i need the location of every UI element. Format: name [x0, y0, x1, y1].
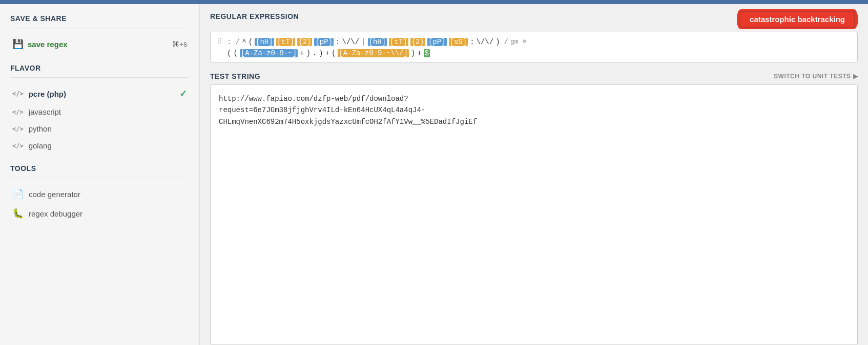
tok-tT2: [tT]	[389, 38, 408, 46]
code-icon-pcre: </>	[12, 90, 24, 97]
pcre-label: pcre (php)	[29, 90, 66, 98]
test-string-box[interactable]: http://www.fapiao.com/dzfp-web/pdf/downl…	[210, 84, 858, 345]
code-generator-label: code generator	[29, 190, 80, 199]
regex-debugger-label: regex debugger	[29, 209, 82, 218]
tok-range1: [A-Za-z0-9-~]	[240, 49, 298, 57]
regex-line-1: ⠿ : / ^ ( [hH] [tT] {2} [pP] : \/\/ | [h…	[217, 37, 851, 46]
sidebar-item-code-generator[interactable]: 📄 code generator	[10, 184, 189, 204]
tok-paren4-close: )	[411, 49, 415, 57]
save-row: 💾 save regex ⌘+s	[10, 34, 189, 54]
tok-paren4: (	[332, 49, 336, 57]
tok-colon2: :	[470, 38, 474, 46]
flavor-title: FLAVOR	[10, 64, 189, 78]
layout: SAVE & SHARE 💾 save regex ⌘+s FLAVOR </>…	[0, 4, 868, 345]
tok-2a: {2}	[297, 38, 312, 46]
tok-pipe: |	[361, 38, 365, 46]
catastrophic-badge-wrapper: catastrophic backtracking	[737, 12, 858, 27]
test-string-header: TEST STRING SWITCH TO UNIT TESTS ▶	[200, 68, 868, 84]
test-string-title: TEST STRING	[210, 72, 260, 80]
tok-sS: [sS]	[449, 38, 468, 46]
regex-editor[interactable]: ⠿ : / ^ ( [hH] [tT] {2} [pP] : \/\/ | [h…	[210, 32, 858, 63]
tok-colon1: :	[336, 38, 340, 46]
tok-slash1: \/\/	[342, 38, 359, 46]
sidebar-item-python[interactable]: </> python	[10, 120, 189, 137]
switch-unit-label: SWITCH TO UNIT TESTS	[774, 73, 851, 80]
regex-flags: gm	[510, 38, 519, 46]
arrow-right-icon: ▶	[853, 73, 858, 80]
tok-tT: [tT]	[276, 38, 296, 46]
main-content: REGULAR EXPRESSION catastrophic backtrac…	[200, 4, 868, 345]
sidebar-item-javascript[interactable]: </> javascript	[10, 103, 189, 120]
tok-slash2: \/\/	[477, 38, 494, 46]
tok-range2: [A-Za-z0-9-~\\/]	[338, 49, 408, 57]
regex-line-2: ( ( [A-Za-z0-9-~] + ) . ) + ( [A-Za-z0-9…	[217, 49, 851, 57]
sidebar-item-golang[interactable]: </> golang	[10, 137, 189, 154]
tok-paren3-close: )	[306, 49, 310, 57]
flag-icon: ⚑	[523, 37, 527, 46]
tok-paren2-close: )	[319, 49, 323, 57]
switch-unit-tests[interactable]: SWITCH TO UNIT TESTS ▶	[774, 73, 858, 80]
flavor-section: FLAVOR </> pcre (php) ✓ </> javascript <…	[10, 64, 189, 154]
tok-pP: [pP]	[314, 38, 334, 46]
tok-plus3: +	[417, 49, 421, 57]
python-label: python	[29, 124, 52, 133]
tok-2b: {2}	[410, 38, 425, 46]
tok-plus2: +	[325, 49, 329, 57]
save-regex-label: save regex	[28, 40, 68, 49]
code-icon-golang: </>	[12, 142, 24, 149]
golang-label: golang	[29, 141, 52, 150]
tok-paren3: (	[233, 49, 237, 57]
code-generator-icon: 📄	[12, 188, 24, 200]
tok-hH: [hH]	[255, 38, 274, 46]
code-icon-python: </>	[12, 125, 24, 133]
save-share-title: SAVE & SHARE	[10, 14, 189, 28]
regex-debugger-icon: 🐛	[12, 208, 24, 219]
test-string-content: http://www.fapiao.com/dzfp-web/pdf/downl…	[219, 95, 477, 126]
sidebar: SAVE & SHARE 💾 save regex ⌘+s FLAVOR </>…	[0, 4, 200, 345]
tok-paren1-close: )	[495, 38, 500, 46]
tok-paren2: (	[227, 49, 231, 57]
tok-dollar: $	[424, 49, 430, 57]
regex-prefix: : /	[227, 38, 240, 46]
tok-paren1: (	[249, 38, 253, 46]
save-shortcut: ⌘+s	[172, 40, 187, 48]
regex-suffix: /	[504, 38, 508, 46]
tok-plus1: +	[300, 49, 304, 57]
floppy-icon: 💾	[12, 38, 24, 50]
catastrophic-badge: catastrophic backtracking	[739, 11, 855, 28]
tok-dot: .	[313, 49, 317, 57]
check-icon-pcre: ✓	[179, 88, 187, 99]
tok-pP2: [pP]	[427, 38, 447, 46]
tok-hH2: [hH]	[368, 38, 387, 46]
regex-section-title: REGULAR EXPRESSION	[210, 12, 299, 20]
tools-title: TOOLS	[10, 164, 189, 178]
sidebar-item-regex-debugger[interactable]: 🐛 regex debugger	[10, 204, 189, 223]
main-header: REGULAR EXPRESSION catastrophic backtrac…	[200, 4, 868, 32]
code-icon-js: </>	[12, 109, 24, 116]
javascript-label: javascript	[29, 107, 61, 116]
save-regex-link[interactable]: 💾 save regex	[12, 38, 68, 50]
tools-section: TOOLS 📄 code generator 🐛 regex debugger	[10, 164, 189, 223]
sidebar-item-pcre[interactable]: </> pcre (php) ✓	[10, 84, 189, 103]
top-bar	[0, 0, 868, 4]
tok-caret: ^	[242, 38, 246, 46]
drag-handle: ⠿	[217, 37, 222, 46]
